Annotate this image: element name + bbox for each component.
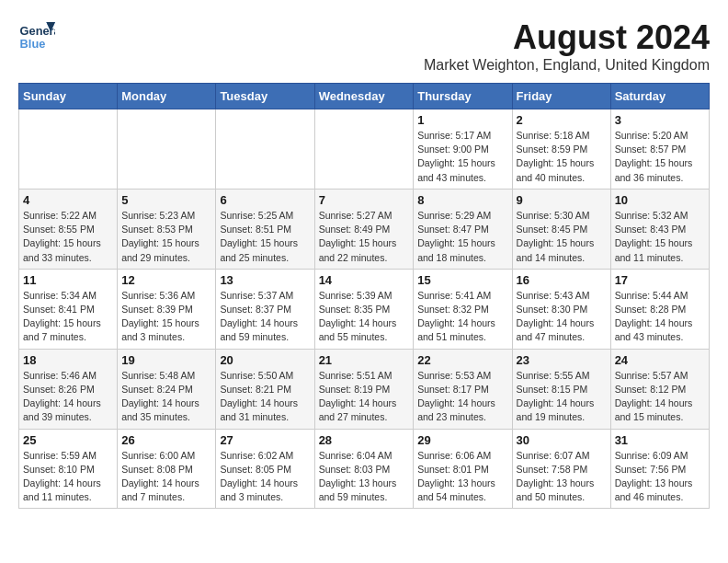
day-number: 5 [121,193,211,207]
calendar-cell: 28Sunrise: 6:04 AM Sunset: 8:03 PM Dayli… [314,429,414,509]
day-number: 8 [417,193,507,207]
calendar-cell [314,109,414,190]
calendar-cell: 26Sunrise: 6:00 AM Sunset: 8:08 PM Dayli… [118,429,216,509]
day-info: Sunrise: 5:55 AM Sunset: 8:15 PM Dayligh… [517,369,607,425]
calendar-cell: 5Sunrise: 5:23 AM Sunset: 8:53 PM Daylig… [118,189,216,269]
day-number: 21 [319,353,410,367]
day-number: 2 [517,113,607,127]
day-number: 17 [615,273,705,287]
day-number: 7 [319,193,410,207]
day-info: Sunrise: 5:44 AM Sunset: 8:28 PM Dayligh… [615,289,705,345]
calendar-cell: 20Sunrise: 5:50 AM Sunset: 8:21 PM Dayli… [216,349,314,429]
calendar-cell: 8Sunrise: 5:29 AM Sunset: 8:47 PM Daylig… [414,189,512,269]
day-info: Sunrise: 5:59 AM Sunset: 8:10 PM Dayligh… [23,449,113,505]
calendar-body: 1Sunrise: 5:17 AM Sunset: 9:00 PM Daylig… [19,109,710,509]
calendar-cell: 29Sunrise: 6:06 AM Sunset: 8:01 PM Dayli… [414,429,512,509]
calendar-cell: 16Sunrise: 5:43 AM Sunset: 8:30 PM Dayli… [512,269,610,349]
day-info: Sunrise: 6:00 AM Sunset: 8:08 PM Dayligh… [121,449,211,505]
calendar-week-row: 11Sunrise: 5:34 AM Sunset: 8:41 PM Dayli… [19,269,710,349]
calendar-cell: 13Sunrise: 5:37 AM Sunset: 8:37 PM Dayli… [216,269,314,349]
day-number: 30 [517,433,607,447]
day-info: Sunrise: 5:25 AM Sunset: 8:51 PM Dayligh… [220,209,310,265]
weekday-header: Sunday [19,84,118,109]
day-info: Sunrise: 5:27 AM Sunset: 8:49 PM Dayligh… [319,209,410,265]
calendar-week-row: 1Sunrise: 5:17 AM Sunset: 9:00 PM Daylig… [19,109,710,190]
calendar-cell: 4Sunrise: 5:22 AM Sunset: 8:55 PM Daylig… [19,189,118,269]
calendar-cell: 3Sunrise: 5:20 AM Sunset: 8:57 PM Daylig… [610,109,709,190]
day-number: 24 [615,353,705,367]
day-number: 22 [417,353,507,367]
calendar-cell: 21Sunrise: 5:51 AM Sunset: 8:19 PM Dayli… [314,349,414,429]
calendar-cell [19,109,118,190]
calendar-cell: 25Sunrise: 5:59 AM Sunset: 8:10 PM Dayli… [19,429,118,509]
calendar-cell: 12Sunrise: 5:36 AM Sunset: 8:39 PM Dayli… [118,269,216,349]
calendar-cell [216,109,314,190]
weekday-header: Tuesday [216,84,314,109]
weekday-header: Friday [512,84,610,109]
location-subtitle: Market Weighton, England, United Kingdom [424,57,710,74]
calendar-cell: 27Sunrise: 6:02 AM Sunset: 8:05 PM Dayli… [216,429,314,509]
calendar-cell: 17Sunrise: 5:44 AM Sunset: 8:28 PM Dayli… [610,269,709,349]
day-number: 10 [615,193,705,207]
calendar-cell: 6Sunrise: 5:25 AM Sunset: 8:51 PM Daylig… [216,189,314,269]
calendar-cell: 30Sunrise: 6:07 AM Sunset: 7:58 PM Dayli… [512,429,610,509]
day-info: Sunrise: 5:50 AM Sunset: 8:21 PM Dayligh… [220,369,310,425]
calendar-cell: 9Sunrise: 5:30 AM Sunset: 8:45 PM Daylig… [512,189,610,269]
day-number: 29 [417,433,507,447]
day-number: 15 [417,273,507,287]
day-info: Sunrise: 6:09 AM Sunset: 7:56 PM Dayligh… [615,449,705,505]
day-info: Sunrise: 5:20 AM Sunset: 8:57 PM Dayligh… [615,129,705,185]
calendar-week-row: 18Sunrise: 5:46 AM Sunset: 8:26 PM Dayli… [19,349,710,429]
day-info: Sunrise: 5:29 AM Sunset: 8:47 PM Dayligh… [417,209,507,265]
svg-text:Blue: Blue [20,37,46,51]
day-info: Sunrise: 5:37 AM Sunset: 8:37 PM Dayligh… [220,289,310,345]
day-number: 23 [517,353,607,367]
weekday-header-row: SundayMondayTuesdayWednesdayThursdayFrid… [19,84,710,109]
calendar-cell: 22Sunrise: 5:53 AM Sunset: 8:17 PM Dayli… [414,349,512,429]
calendar-cell: 31Sunrise: 6:09 AM Sunset: 7:56 PM Dayli… [610,429,709,509]
day-number: 4 [23,193,113,207]
day-number: 18 [23,353,113,367]
day-info: Sunrise: 5:36 AM Sunset: 8:39 PM Dayligh… [121,289,211,345]
calendar-cell: 1Sunrise: 5:17 AM Sunset: 9:00 PM Daylig… [414,109,512,190]
day-number: 20 [220,353,310,367]
day-number: 31 [615,433,705,447]
day-number: 26 [121,433,211,447]
page-header: General Blue August 2024 Market Weighton… [18,18,710,74]
day-info: Sunrise: 5:51 AM Sunset: 8:19 PM Dayligh… [319,369,410,425]
logo-icon: General Blue [18,18,55,55]
calendar-cell: 11Sunrise: 5:34 AM Sunset: 8:41 PM Dayli… [19,269,118,349]
day-number: 14 [319,273,410,287]
month-year-title: August 2024 [424,18,710,57]
day-info: Sunrise: 5:30 AM Sunset: 8:45 PM Dayligh… [517,209,607,265]
calendar-table: SundayMondayTuesdayWednesdayThursdayFrid… [18,83,710,509]
weekday-header: Saturday [610,84,709,109]
day-number: 13 [220,273,310,287]
calendar-cell: 14Sunrise: 5:39 AM Sunset: 8:35 PM Dayli… [314,269,414,349]
weekday-header: Wednesday [314,84,414,109]
day-info: Sunrise: 5:53 AM Sunset: 8:17 PM Dayligh… [417,369,507,425]
day-info: Sunrise: 5:39 AM Sunset: 8:35 PM Dayligh… [319,289,410,345]
day-info: Sunrise: 5:23 AM Sunset: 8:53 PM Dayligh… [121,209,211,265]
weekday-header: Thursday [414,84,512,109]
calendar-cell: 24Sunrise: 5:57 AM Sunset: 8:12 PM Dayli… [610,349,709,429]
calendar-week-row: 4Sunrise: 5:22 AM Sunset: 8:55 PM Daylig… [19,189,710,269]
day-info: Sunrise: 5:34 AM Sunset: 8:41 PM Dayligh… [23,289,113,345]
calendar-cell: 15Sunrise: 5:41 AM Sunset: 8:32 PM Dayli… [414,269,512,349]
title-section: August 2024 Market Weighton, England, Un… [424,18,710,74]
day-info: Sunrise: 5:22 AM Sunset: 8:55 PM Dayligh… [23,209,113,265]
day-info: Sunrise: 6:06 AM Sunset: 8:01 PM Dayligh… [417,449,507,505]
day-info: Sunrise: 5:17 AM Sunset: 9:00 PM Dayligh… [417,129,507,185]
day-number: 11 [23,273,113,287]
day-number: 9 [517,193,607,207]
day-number: 16 [517,273,607,287]
calendar-cell: 19Sunrise: 5:48 AM Sunset: 8:24 PM Dayli… [118,349,216,429]
day-number: 28 [319,433,410,447]
day-number: 6 [220,193,310,207]
calendar-week-row: 25Sunrise: 5:59 AM Sunset: 8:10 PM Dayli… [19,429,710,509]
calendar-cell: 10Sunrise: 5:32 AM Sunset: 8:43 PM Dayli… [610,189,709,269]
calendar-cell: 7Sunrise: 5:27 AM Sunset: 8:49 PM Daylig… [314,189,414,269]
day-number: 12 [121,273,211,287]
day-number: 19 [121,353,211,367]
day-info: Sunrise: 5:41 AM Sunset: 8:32 PM Dayligh… [417,289,507,345]
